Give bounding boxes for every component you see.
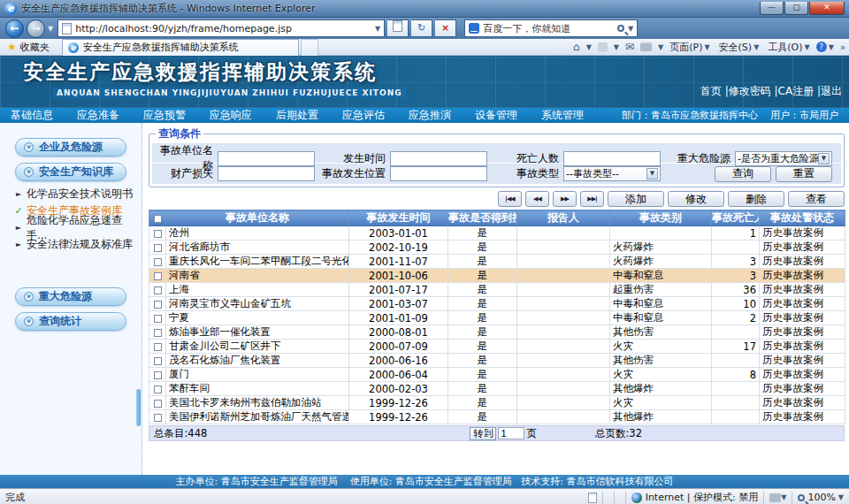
- search-box[interactable]: 百度一下，你就知道 ▼: [464, 19, 638, 37]
- mail-icon[interactable]: ✉: [625, 41, 634, 53]
- row-checkbox[interactable]: [154, 343, 162, 351]
- table-row[interactable]: 苯酐车间2000-02-03是其他爆炸历史事故案例: [149, 382, 845, 396]
- url-text[interactable]: http://localhost:90/yjzh/frame/homepage.…: [75, 23, 371, 34]
- table-row[interactable]: 厦门2000-06-04是火灾8历史事故案例: [149, 368, 845, 382]
- table-row[interactable]: 河南省2001-10-06是中毒和窒息3历史事故案例: [149, 269, 845, 283]
- compatibility-view-button[interactable]: [387, 19, 409, 37]
- home-dropdown-icon[interactable]: ▼: [586, 43, 592, 51]
- row-checkbox[interactable]: [154, 272, 162, 280]
- nav-item[interactable]: 基础信息: [11, 108, 53, 123]
- header-link[interactable]: 修改密码: [729, 85, 771, 97]
- row-checkbox[interactable]: [154, 258, 162, 266]
- table-row[interactable]: 甘肃金川公司二矿区井下2000-07-09是火灾17历史事故案例: [149, 340, 845, 354]
- favorites-star-icon[interactable]: ★: [7, 41, 17, 53]
- row-checkbox[interactable]: [154, 414, 162, 422]
- table-row[interactable]: 美国伊利诺斯州芝加哥炼油厂天然气管道1999-12-26是其他爆炸历史事故案例: [149, 410, 845, 424]
- close-button[interactable]: ✕: [809, 2, 845, 15]
- header-link[interactable]: 首页: [700, 85, 722, 97]
- nav-item[interactable]: 应急准备: [77, 108, 119, 123]
- search-icon[interactable]: [617, 25, 624, 32]
- maximize-button[interactable]: ▢: [784, 2, 808, 15]
- row-checkbox[interactable]: [154, 400, 162, 408]
- nav-item[interactable]: 设备管理: [475, 108, 517, 123]
- network-dropdown-icon[interactable]: ▼: [781, 493, 786, 501]
- print-icon[interactable]: [640, 43, 652, 51]
- help-menu[interactable]: ?▼: [816, 42, 834, 52]
- home-icon[interactable]: ⌂: [573, 41, 580, 53]
- accident-type-select[interactable]: --事故类型--▼: [563, 166, 661, 181]
- table-row[interactable]: 上海2001-07-17是起重伤害36历史事故案例: [149, 283, 845, 297]
- row-checkbox[interactable]: [154, 315, 162, 323]
- nav-item[interactable]: 应急响应: [210, 108, 252, 123]
- reset-button[interactable]: 重置: [776, 166, 832, 182]
- deaths-input[interactable]: [563, 151, 661, 166]
- table-row[interactable]: 重庆长风化一车间二苯甲酮工段二号光化釜2001-11-07是火药爆炸3历史事故案…: [149, 255, 845, 269]
- network-icon[interactable]: [769, 493, 781, 502]
- menu-item[interactable]: 工具(O)▼: [768, 41, 809, 54]
- row-checkbox[interactable]: [154, 371, 162, 379]
- header-link[interactable]: 退出: [821, 85, 842, 97]
- row-checkbox[interactable]: [154, 386, 162, 393]
- header-link[interactable]: CA注册: [778, 85, 815, 97]
- nav-item[interactable]: 应急评估: [342, 108, 385, 123]
- column-header[interactable]: 事故发生时间: [349, 210, 448, 226]
- browser-tab[interactable]: e 安全生产应急救援指挥辅助决策系统: [62, 39, 299, 56]
- search-dropdown-icon[interactable]: ▼: [628, 25, 633, 33]
- back-button[interactable]: ←: [5, 19, 24, 38]
- table-row[interactable]: 沧州2003-01-01是1历史事故案例: [149, 226, 845, 241]
- column-header[interactable]: 事故死亡人数: [712, 210, 760, 226]
- major-hazard-select[interactable]: -是否为重大危险源-▼: [735, 151, 832, 166]
- row-checkbox[interactable]: [154, 301, 162, 309]
- select-all-header[interactable]: [149, 210, 166, 226]
- toolbar-overflow-icon[interactable]: »: [840, 42, 845, 52]
- toolbar-button[interactable]: 修改: [668, 191, 724, 207]
- location-input[interactable]: [390, 166, 487, 181]
- sidebar-item[interactable]: ►安全法律法规及标准库: [14, 236, 142, 253]
- url-dropdown-icon[interactable]: ▼: [375, 25, 380, 33]
- column-header[interactable]: 事故是否得到控制: [448, 210, 517, 226]
- sidebar-item[interactable]: ►危险化学品应急速查手...: [14, 219, 142, 236]
- sidebar-section[interactable]: v重大危险源: [15, 287, 126, 306]
- minimize-button[interactable]: —: [760, 2, 784, 15]
- row-checkbox[interactable]: [154, 357, 162, 365]
- pager-button[interactable]: |◀◀: [498, 191, 522, 207]
- property-loss-input[interactable]: [218, 166, 315, 181]
- table-row[interactable]: 茂名石化炼油厂焦化装置2000-06-16是其他伤害历史事故案例: [149, 354, 845, 368]
- menu-item[interactable]: 页面(P)▼: [669, 41, 709, 54]
- row-checkbox[interactable]: [154, 244, 162, 252]
- table-row[interactable]: 河北省廊坊市2002-10-19是火药爆炸历史事故案例: [149, 241, 845, 255]
- nav-item[interactable]: 系统管理: [541, 108, 584, 123]
- rss-dropdown-icon[interactable]: ▼: [614, 43, 619, 51]
- stop-button[interactable]: ×: [435, 19, 456, 37]
- sidebar-section[interactable]: v安全生产知识库: [15, 163, 126, 181]
- zoom-control[interactable]: 100% ▼: [798, 492, 844, 503]
- unit-name-input[interactable]: [218, 151, 315, 166]
- nav-item[interactable]: 应急预警: [143, 108, 186, 123]
- row-checkbox[interactable]: [154, 329, 162, 337]
- pager-button[interactable]: ▶▶|: [580, 191, 604, 207]
- toolbar-button[interactable]: 删除: [728, 191, 784, 207]
- pager-button[interactable]: ▶▶: [553, 191, 577, 207]
- rss-icon[interactable]: [598, 42, 608, 52]
- menu-item[interactable]: 安全(S)▼: [719, 41, 760, 54]
- pager-button[interactable]: ◀◀: [525, 191, 549, 207]
- sidebar-section[interactable]: v企业及危险源: [15, 138, 126, 157]
- toolbar-button[interactable]: 添加: [608, 191, 664, 207]
- table-row[interactable]: 河南灵宝市义寺山金矿五坑2001-03-07是中毒和窒息10历史事故案例: [149, 297, 845, 311]
- refresh-button[interactable]: ↻: [411, 19, 432, 37]
- sidebar-scrollbar[interactable]: [136, 389, 141, 426]
- column-header[interactable]: 事故单位名称: [166, 210, 349, 226]
- select-all-checkbox[interactable]: [154, 215, 162, 223]
- sidebar-item[interactable]: ►化学品安全技术说明书: [14, 186, 142, 202]
- table-row[interactable]: 宁夏2001-01-09是中毒和窒息2历史事故案例: [149, 311, 845, 325]
- goto-page-button[interactable]: 转到: [470, 427, 496, 440]
- nav-item[interactable]: 应急推演: [409, 108, 451, 123]
- print-dropdown-icon[interactable]: ▼: [658, 43, 663, 51]
- sidebar-section[interactable]: v查询统计: [15, 312, 126, 331]
- table-row[interactable]: 美国北卡罗来纳州韦兹伯勒加油站1999-12-26是火灾历史事故案例: [149, 396, 845, 410]
- history-dropdown-icon[interactable]: ▼: [48, 25, 53, 33]
- page-number-input[interactable]: [498, 427, 524, 439]
- new-tab-button[interactable]: [301, 39, 318, 56]
- column-header[interactable]: 报告人: [517, 210, 610, 226]
- favorites-label[interactable]: 收藏夹: [20, 41, 50, 54]
